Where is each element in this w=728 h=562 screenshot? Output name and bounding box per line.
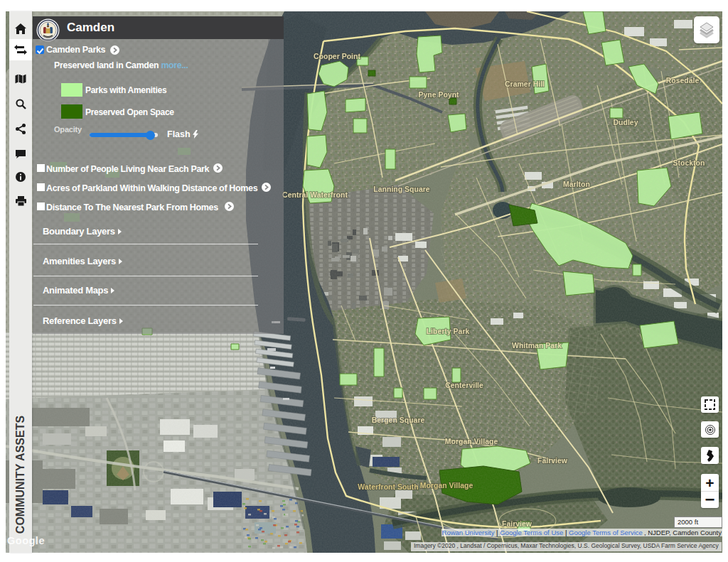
svg-text:Central Waterfront: Central Waterfront: [282, 190, 348, 199]
svg-text:Morgan Village: Morgan Village: [420, 481, 473, 490]
svg-text:Liberty Park: Liberty Park: [427, 327, 470, 335]
svg-text:Stockton: Stockton: [673, 158, 705, 167]
svg-text:Cooper Point: Cooper Point: [314, 52, 360, 60]
svg-text:Lanning Square: Lanning Square: [373, 185, 430, 193]
svg-text:Bergen Square: Bergen Square: [372, 416, 425, 424]
svg-text:Dudley: Dudley: [613, 118, 638, 126]
svg-text:Waterfront South: Waterfront South: [358, 482, 418, 491]
svg-text:Fairview: Fairview: [502, 519, 532, 528]
svg-text:Fairview: Fairview: [537, 456, 568, 465]
svg-text:Pyne Poynt: Pyne Poynt: [418, 90, 459, 99]
svg-text:Rosedale: Rosedale: [666, 76, 700, 85]
svg-text:Whitman Park: Whitman Park: [512, 341, 562, 350]
svg-text:Centerville: Centerville: [445, 381, 483, 389]
svg-text:Morgan Village: Morgan Village: [445, 437, 498, 445]
svg-text:Cramer Hill: Cramer Hill: [505, 80, 545, 88]
svg-text:Marlton: Marlton: [563, 180, 590, 188]
